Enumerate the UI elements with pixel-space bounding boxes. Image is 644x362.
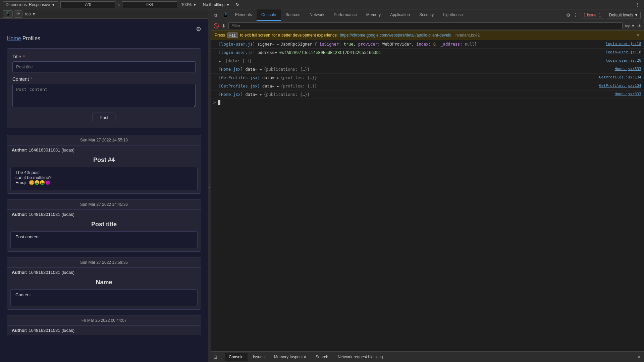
bottom-tab-console[interactable]: Console <box>225 353 248 361</box>
default-levels-selector[interactable]: Default levels ▼ <box>607 12 641 18</box>
issues-badge[interactable]: 1 Issue: 1 <box>581 12 604 18</box>
console-line-source[interactable]: login-user.js:18 <box>606 41 641 47</box>
post-author: Author: 1648163011081 (lucas) <box>7 326 201 335</box>
title-input[interactable] <box>12 61 196 72</box>
tab-performance[interactable]: Performance <box>329 9 362 21</box>
devtools-panel: ⧉ 📱 Elements Console Sources Network Per… <box>211 9 644 362</box>
post-title: Post #4 <box>7 155 201 167</box>
tab-lighthouse[interactable]: Lighthouse <box>438 9 468 21</box>
zoom-selector[interactable]: 100% ▼ <box>179 2 199 8</box>
collapse-icon[interactable]: ⬇ <box>222 23 226 28</box>
chevron-down-icon: ▼ <box>51 2 55 7</box>
bottom-tab-bar: ⊡ ⋮ Console Issues Memory Inspector Sear… <box>211 351 644 362</box>
bottom-tab-more-icon[interactable]: ⋮ <box>219 354 223 360</box>
more-options-icon[interactable]: ⋮ <box>633 2 641 8</box>
breadcrumb: Home Profiles <box>7 36 201 42</box>
tab-network[interactable]: Network <box>305 9 329 21</box>
gear-icon[interactable]: ⚙ <box>566 12 571 18</box>
to-exit-label: to exit full screen <box>240 33 270 38</box>
tab-console[interactable]: Console <box>257 9 281 21</box>
console-line-source[interactable]: Home.jsx:333 <box>615 66 641 72</box>
refresh-icon[interactable]: ↻ <box>234 2 241 8</box>
close-bottom-panel-icon[interactable]: ✕ <box>637 354 641 360</box>
zoom-label: 100% <box>181 2 192 7</box>
post-date: Sun Mar 27 2022 13:59:35 <box>7 257 201 268</box>
device-icon[interactable]: 📱 <box>3 10 13 18</box>
rotate-icon[interactable]: ⟳ <box>14 10 22 18</box>
console-line-content: [Home.jsx] data= ►{publications: {…}} <box>219 66 612 72</box>
webpage-content: ⚙ Home Profiles Title * Content * Post <box>0 19 208 347</box>
more-devtools-icon[interactable]: ⋮ <box>573 12 578 18</box>
console-line[interactable]: ► {data: {…}} login-user.js:28 <box>211 57 644 65</box>
console-line-content: [login-user.js] address= 0xfA02A97fDcc14… <box>219 50 603 56</box>
post-button[interactable]: Post <box>93 113 115 122</box>
settings-icon[interactable]: ⚙ <box>196 25 201 33</box>
top-label: top ▼ <box>25 12 36 16</box>
console-line-source[interactable]: GetProfiles.jsx:134 <box>599 75 641 80</box>
post-author: Author: 1648163011081 (lucas) <box>7 145 201 155</box>
post-author: Author: 1648163011081 (lucas) <box>7 210 201 219</box>
apollo-link[interactable]: https://chrome.google.com/webstore/detai… <box>340 33 451 38</box>
devtools-phone-icon[interactable]: 📱 <box>221 12 230 18</box>
tab-elements[interactable]: Elements <box>230 9 257 21</box>
console-line-source[interactable]: GetProfiles.jsx:134 <box>599 83 641 89</box>
dimension-separator: × <box>117 2 120 7</box>
post-date: Sun Mar 27 2022 14:45:36 <box>7 199 201 210</box>
console-line[interactable]: [Home.jsx] data= ►{publications: {…}} Ho… <box>211 90 644 99</box>
viewport-height-input[interactable] <box>122 1 177 8</box>
viewport-width-input[interactable] <box>60 1 115 8</box>
console-cursor[interactable] <box>218 100 220 105</box>
console-line-source[interactable]: login-user.js:28 <box>606 58 641 64</box>
suffix-label: for a better development experience: <box>272 33 338 38</box>
post-card: Sun Mar 27 2022 13:59:35 Author: 1648163… <box>7 257 201 310</box>
top-dropdown[interactable]: top ▼ <box>625 24 635 28</box>
post-title: Name <box>7 277 201 289</box>
bottom-tab-console-icon[interactable]: ⊡ <box>213 354 217 360</box>
dimensions-selector[interactable]: Dimensions: Responsive ▼ <box>3 1 58 8</box>
throttle-label: No throttling <box>203 2 225 7</box>
breadcrumb-home-link[interactable]: Home <box>7 36 21 42</box>
devtools-dock-icon[interactable]: ⧉ <box>211 12 221 18</box>
title-label: Title * <box>12 54 196 59</box>
f11-key: F11 <box>227 33 238 38</box>
post-author: Author: 1648163011081 (lucas) <box>7 268 201 277</box>
breadcrumb-current: Profiles <box>22 36 40 42</box>
required-asterisk-content: * <box>30 76 33 82</box>
console-line[interactable]: [login-user.js] signer= ►JsonRpcSigner {… <box>211 40 644 49</box>
content-textarea[interactable] <box>12 84 196 107</box>
tab-security[interactable]: Security <box>415 9 438 21</box>
console-line[interactable]: [GetProfiles.jsx] data= ►{profiles: {…}}… <box>211 82 644 90</box>
console-line[interactable]: [GetProfiles.jsx] data= ►{profiles: {…}}… <box>211 74 644 82</box>
console-filter-bar: 🚫 ⬇ top ▼ 👁 <box>211 21 644 31</box>
console-line[interactable]: [login-user.js] address= 0xfA02A97fDcc14… <box>211 49 644 57</box>
bottom-tab-search[interactable]: Search <box>312 353 332 361</box>
post-card: Sun Mar 27 2022 14:45:36 Author: 1648163… <box>7 199 201 252</box>
expand-arrow[interactable]: ► <box>219 58 221 64</box>
post-title: Post title <box>7 219 201 231</box>
console-line-source[interactable]: Home.jsx:333 <box>615 92 641 97</box>
console-line-content: [GetProfiles.jsx] data= ►{profiles: {…}} <box>219 75 596 81</box>
bottom-tab-network-blocking[interactable]: Network request blocking <box>334 353 387 361</box>
console-line[interactable]: [Home.jsx] data= ►{publications: {…}} Ho… <box>211 65 644 74</box>
console-line-source[interactable]: login-user.js:18 <box>606 50 641 55</box>
tab-application[interactable]: Application <box>385 9 415 21</box>
devtools-toolbar-icons: ⚙ ⋮ 1 Issue: 1 Default levels ▼ <box>563 12 644 18</box>
tab-memory[interactable]: Memory <box>362 9 385 21</box>
console-filter-input[interactable] <box>228 22 623 29</box>
webpage-toolbar: 📱 ⟳ top ▼ <box>0 9 208 19</box>
throttle-selector[interactable]: No throttling ▼ <box>201 2 232 8</box>
close-notice-icon[interactable]: ✕ <box>637 33 640 38</box>
tab-sources[interactable]: Sources <box>281 9 305 21</box>
dimensions-label: Dimensions: Responsive <box>6 2 50 7</box>
bottom-tab-issues[interactable]: Issues <box>249 353 269 361</box>
panel-resizer[interactable] <box>208 9 211 362</box>
timestamp-label: invariant.ts:42 <box>454 33 480 38</box>
clear-console-icon[interactable]: 🚫 <box>213 23 219 28</box>
post-form: Title * Content * Post <box>7 48 201 128</box>
post-card: Sun Mar 27 2022 14:55:18 Author: 1648163… <box>7 135 201 194</box>
fullscreen-notice: Press F11 to exit full screen for a bett… <box>211 31 644 40</box>
bottom-tab-memory-inspector[interactable]: Memory Inspector <box>270 353 310 361</box>
post-content: Post content <box>10 231 198 248</box>
post-card: Fri Mar 25 2022 00:44:07 Author: 1648163… <box>7 315 201 335</box>
eye-icon[interactable]: 👁 <box>638 24 641 28</box>
